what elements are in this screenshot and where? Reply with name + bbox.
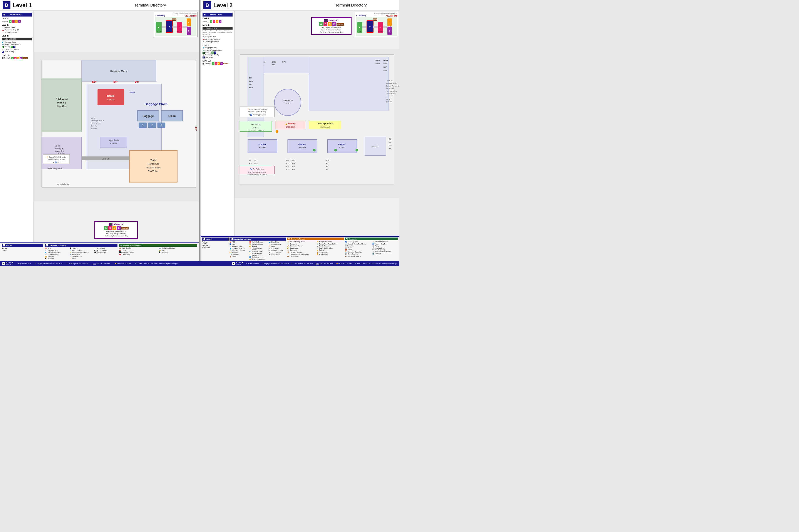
level2-dining-section: 🍽 Dining full service 🍺3rd Bar Eating Ho… [287,238,344,260]
level1-panel: B Level 1 Terminal Directory B Terminal … [0,0,199,261]
svg-text:E1-E24: E1-E24 [187,33,191,35]
svg-text:C: C [380,26,381,28]
svg-text:B14: B14 [292,163,295,165]
level1-legend-sidebar: B Terminal Levels Level 3: Skyway to: A … [0,11,34,242]
legend-levelLL-left: Level LL: ⬛ Subway to: A C D E Marriott [2,54,32,59]
svg-text:B8: B8 [326,166,328,168]
footer-website: ✈ fly2houston.com [18,263,31,265]
legend-level1-left: Level 1: ← YOU ARE HERE 🧳 Baggage Claim … [2,35,32,53]
level1-amenities-section: B Amenities & Services 💊AED 🛒Baggage Car… [45,244,117,260]
svg-text:B20: B20 [286,159,290,161]
svg-text:1: 1 [142,124,144,127]
svg-text:2: 2 [151,124,153,127]
subway-box-left: ⬛ Subway to: A C D E Marriott Use Elevat… [94,221,138,239]
level2-bottom-info: B Airlines Airlines: United Lounges: Uni… [201,236,399,261]
svg-text:Claim: Claim [168,115,176,118]
svg-text:B87: B87 [383,66,387,68]
svg-rect-83 [373,26,378,28]
svg-text:B1: B1 [389,138,391,140]
svg-text:D1-D12: D1-D12 [187,25,190,27]
svg-text:B7: B7 [326,169,328,171]
svg-text:🐾 Pet Relief Area: 🐾 Pet Relief Area [250,168,264,170]
svg-text:B4: B4 [389,148,391,150]
terminal-badge-b-left: B [3,1,11,9]
legend-badge: B [3,13,6,16]
svg-text:E1-E24: E1-E24 [388,33,392,35]
svg-text:Valet Parking: Level 1: Valet Parking: Level 1 [47,168,64,170]
svg-rect-43 [97,89,124,105]
svg-text:E: E [389,30,390,32]
svg-text:EXIT: EXIT [195,127,197,131]
footer-tdd: TTY TDD: 281-230-3089 [93,263,110,265]
svg-text:B86a: B86a [383,59,388,61]
svg-text:B77a: B77a [272,61,276,63]
svg-text:Up To -: Up To - [386,98,391,100]
svg-text:B19: B19 [286,163,290,165]
skyway-row-l3: Skyway to: A C D E [2,20,32,23]
svg-text:Parking: Parking [57,101,66,104]
svg-text:Valet Parking: Valet Parking [251,124,261,126]
footer-logo-left: B HOUSTON AIRPORTS [2,262,13,265]
svg-text:B21-B31: B21-B31 [259,147,266,148]
svg-text:Escalators Down to Level 1: Escalators Down to Level 1 [248,174,267,176]
svg-rect-119 [248,139,277,153]
legend-level2-left: Level 2: ✕ Gates B1-B88 🚗 Passenger Drop… [2,24,32,34]
svg-text:Down To -: Down To - [91,125,98,127]
level2-legend-sidebar: B Terminal Levels Level 3: Skyway to: A … [201,11,235,236]
svg-text:D1-D12: D1-D12 [388,25,391,27]
currency-exchange-label: Currency Exchange [232,249,246,251]
svg-text:C41-C45: C41-C45 [378,31,382,32]
footer-logo-right: B HOUSTON AIRPORTS [232,262,243,265]
svg-text:Check-In: Check-In [338,143,346,146]
svg-text:SuperShuttle: SuperShuttle [108,139,119,141]
footer-iah-dispatch: 📞 IAH Dispatch: 281-230-3100 [67,263,88,265]
footer-paging-r: 📞 Paging & Information: 281-230-3100 [262,263,289,265]
you-are-here-l1: ← YOU ARE HERE [2,38,32,40]
level1-directory-title: Terminal Directory [134,3,166,7]
svg-text:Check-In: Check-In [258,143,266,146]
airport-map-thumbnail-left: George Bush Intercontinental Airport ✈ A… [154,12,198,37]
svg-text:Taxis: Taxis [150,159,157,162]
svg-text:Down To:: Down To: [386,79,393,81]
legend-header-right: B Terminal Levels [202,13,233,17]
terminal-overview-svg: A A1-A30 B B1-B88 C C14-C45 [155,17,196,36]
brook-brothers-label: 👔 [345,243,347,245]
svg-text:Ticketing/Check-In: Ticketing/Check-In [317,122,333,125]
hometown-favorites-label: 🏪 [345,251,347,253]
level2-map-area: George Bush Intercontinental Airport ✈ A… [235,11,399,236]
svg-text:B9: B9 [326,163,328,165]
svg-text:⚡ Electric Vehicle Charging: ⚡ Electric Vehicle Charging [247,108,267,110]
svg-text:Parking AB: Parking AB [55,147,65,150]
svg-text:B22: B22 [255,163,258,165]
airport-map-thumbnail-right: George Bush Intercontinental Airport ✈ A… [355,12,398,37]
level2-title: Level 2 [213,2,305,9]
svg-text:Level 1: Level 1 [253,126,259,128]
level2-airlines-section: B Airlines Airlines: United Lounges: Uni… [202,238,229,260]
svg-point-184 [356,149,358,151]
footer-website-r: ✈ fly2houston.com [246,263,259,265]
svg-rect-87 [383,26,387,28]
svg-rect-112 [309,57,389,110]
svg-text:B1-B88: B1-B88 [368,31,372,32]
level1-bottom-info: B Airlines Airlines: United B Amenities … [0,242,199,261]
svg-text:C14-C45: C14-C45 [177,31,182,32]
svg-point-183 [334,149,337,151]
svg-text:Up To -: Up To - [91,117,96,119]
svg-text:B3: B3 [389,144,391,146]
level1-title: Level 1 [13,2,104,9]
svg-text:B: B [168,26,170,27]
level1-header: B Level 1 Terminal Directory [0,0,199,11]
level2-amenities-section: B Amenities & Services 💊AED 🏧ATM 🛒Baggag… [230,238,286,260]
svg-text:United: United [129,92,135,94]
svg-text:Baggage Claim: Baggage Claim [386,82,397,84]
svg-text:P ♿ A B: P ♿ A B [53,162,59,164]
level1-floorplan: Private Cars Off-Airport Parking Shuttle… [34,11,199,242]
svg-text:B85b: B85b [376,62,380,65]
level2-floorplan: B79a B79 B77a B77 B76 B81 B81a B83 B83a … [235,11,399,236]
svg-text:Gate B11: Gate B11 [371,145,379,147]
svg-text:A1-A30: A1-A30 [157,31,161,32]
massage-chairs-label: 💆 [249,243,251,245]
svg-text:Stations: Level 4 (A side): Stations: Level 4 (A side) [248,111,266,113]
footer-right: B HOUSTON AIRPORTS ✈ fly2houston.com 📞 P… [232,262,397,265]
main-container: B Level 1 Terminal Directory B Terminal … [0,0,399,261]
